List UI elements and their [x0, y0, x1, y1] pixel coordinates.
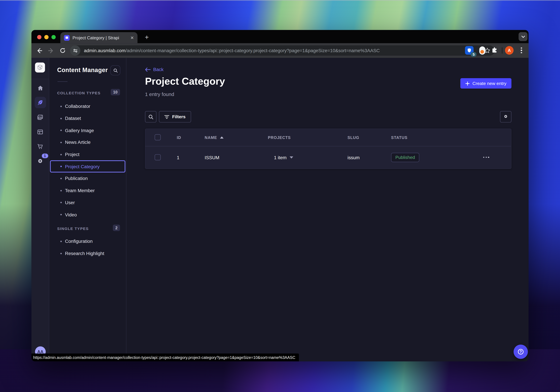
content-type-builder-nav-button[interactable] [33, 125, 47, 139]
subnav-divider [58, 81, 68, 82]
bullet-icon [60, 130, 62, 131]
subnav-item[interactable]: Video [50, 209, 125, 221]
column-header-projects[interactable]: PROJECTS [268, 135, 291, 140]
back-arrow-icon [145, 67, 151, 71]
close-window-button[interactable] [37, 35, 41, 39]
bullet-icon [60, 241, 62, 242]
select-all-checkbox[interactable] [155, 134, 161, 140]
entry-count: 1 entry found [145, 91, 174, 97]
subnav-item[interactable]: Research Highlight [50, 247, 125, 259]
subnav-item[interactable]: News Article [50, 136, 125, 149]
row-checkbox[interactable] [155, 154, 161, 160]
cell-name: ISSUM [205, 146, 219, 168]
expand-relation-icon [290, 156, 293, 159]
content-manager-subnav: Content Manager COLLECTION TYPES 10 Coll… [49, 58, 126, 362]
site-info-icon[interactable] [70, 45, 80, 56]
subnav-item[interactable]: Configuration [50, 235, 125, 247]
back-link[interactable]: Back [145, 67, 164, 72]
single-types-list: Configuration Research Highlight [49, 235, 126, 259]
column-header-id[interactable]: ID [177, 135, 181, 140]
media-library-nav-button[interactable] [33, 110, 47, 125]
bullet-icon [60, 178, 62, 179]
page-title: Project Category [145, 76, 225, 87]
browser-window: Project Category | Strapi ✕ + [31, 30, 529, 361]
row-actions-icon[interactable] [483, 157, 489, 158]
plus-icon [465, 81, 470, 86]
main-content: Back Project Category 1 entry found Crea… [126, 58, 529, 362]
browser-tab[interactable]: Project Category | Strapi ✕ [60, 32, 138, 43]
workspace-logo[interactable] [35, 62, 45, 73]
subnav-item[interactable]: Publication [50, 173, 125, 185]
subnav-title: Content Manager [57, 67, 108, 74]
subnav-item[interactable]: Team Member [50, 184, 125, 197]
single-types-count: 2 [113, 225, 120, 231]
create-new-entry-button[interactable]: Create new entry [460, 78, 511, 89]
collection-types-list: Collaborator Dataset Gallery Image News … [49, 100, 126, 221]
cell-id: 1 [177, 146, 179, 168]
subnav-search-button[interactable] [110, 65, 120, 75]
tab-title: Project Category | Strapi [72, 35, 128, 40]
bullet-icon [60, 142, 62, 143]
forward-nav-icon[interactable] [47, 47, 55, 54]
window-controls [37, 35, 56, 39]
browser-toolbar: admin.ausmlab.com/admin/content-manager/… [31, 43, 529, 58]
settings-nav-button[interactable]: 1 [33, 154, 47, 169]
minimize-window-button[interactable] [44, 35, 49, 39]
table-header: ID NAME PROJECTS SLUG STATUS [145, 129, 511, 146]
cell-slug: issum [348, 146, 360, 168]
bullet-icon [60, 253, 62, 254]
content-manager-nav-button[interactable] [33, 95, 47, 110]
extensions-puzzle-icon[interactable] [490, 46, 499, 54]
collection-types-count: 10 [110, 89, 120, 95]
extension-badge: 5 [471, 52, 476, 57]
column-header-slug[interactable]: SLUG [348, 135, 359, 140]
bullet-icon [60, 202, 62, 203]
table-row[interactable]: 1 ISSUM 1 item issum Published [145, 146, 511, 169]
sort-asc-icon [220, 136, 223, 139]
single-types-label: SINGLE TYPES [57, 226, 89, 231]
password-extension-icon[interactable]: 5 [465, 46, 473, 54]
proxy-extension-icon[interactable] [478, 46, 486, 54]
column-header-status[interactable]: STATUS [391, 135, 408, 140]
help-button[interactable] [513, 344, 528, 359]
url-bar[interactable]: admin.ausmlab.com/admin/content-manager/… [70, 45, 495, 56]
bullet-icon [60, 214, 62, 215]
bullet-icon [60, 106, 62, 107]
subnav-item[interactable]: Project Category [50, 161, 125, 173]
subnav-item[interactable]: Dataset [50, 112, 125, 124]
back-nav-icon[interactable] [35, 47, 43, 54]
zoom-window-button[interactable] [51, 35, 56, 39]
tab-strip: Project Category | Strapi ✕ + [31, 30, 529, 43]
settings-notification-badge: 1 [42, 153, 48, 158]
subnav-item[interactable]: Project [50, 149, 125, 161]
subnav-item[interactable]: Collaborator [50, 100, 125, 112]
cell-status: Published [391, 146, 419, 168]
browser-menu-icon[interactable] [518, 47, 525, 54]
filters-button[interactable]: Filters [159, 111, 191, 122]
main-nav-strip: 1 AA [31, 58, 49, 362]
marketplace-nav-button[interactable] [33, 139, 47, 154]
browser-profile-avatar[interactable]: A [505, 46, 513, 54]
view-settings-button[interactable] [500, 111, 511, 122]
tab-close-icon[interactable]: ✕ [130, 35, 134, 40]
new-tab-button[interactable]: + [142, 33, 151, 42]
strapi-favicon [64, 35, 70, 40]
collection-types-label: COLLECTION TYPES [57, 91, 101, 95]
strapi-app: 1 AA Content Manager COLLECTION TYPES 10… [31, 58, 529, 362]
strip-divider [31, 79, 49, 79]
bullet-icon [60, 118, 62, 119]
entries-table: ID NAME PROJECTS SLUG STATUS 1 ISSUM 1 i… [145, 129, 511, 169]
home-nav-button[interactable] [33, 81, 47, 95]
search-entries-button[interactable] [145, 111, 156, 122]
cell-projects[interactable]: 1 item [274, 146, 293, 168]
menubar-edge [0, 0, 560, 1]
filter-icon [164, 115, 169, 119]
tab-search-button[interactable] [519, 32, 527, 41]
url-text: admin.ausmlab.com/admin/content-manager/… [84, 48, 481, 53]
subnav-item[interactable]: User [50, 197, 125, 209]
subnav-item[interactable]: Gallery Image [50, 124, 125, 136]
column-header-name[interactable]: NAME [205, 135, 223, 140]
bullet-icon [60, 166, 62, 167]
reload-icon[interactable] [59, 47, 66, 54]
bullet-icon [60, 190, 62, 191]
